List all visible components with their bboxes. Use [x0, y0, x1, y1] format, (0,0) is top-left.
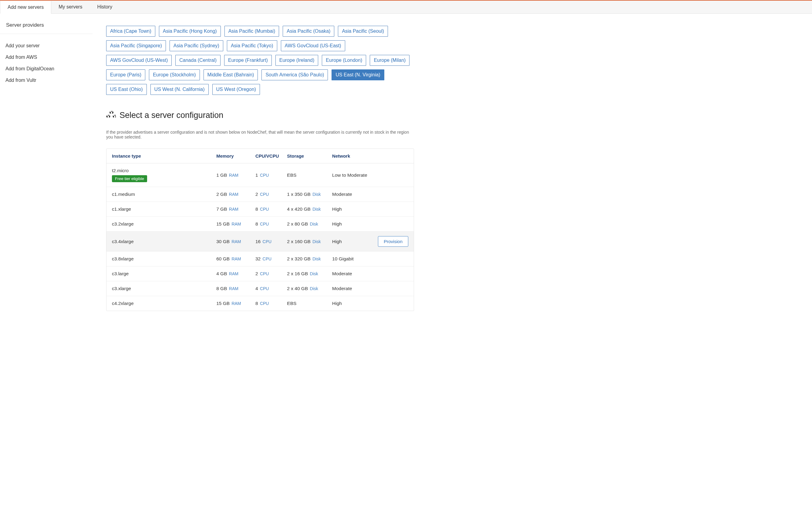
config-section-header: Select a server configuration: [106, 110, 414, 121]
cell-instance: c3.2xlarge: [112, 221, 216, 227]
instance-table: Instance type Memory CPU/VCPU Storage Ne…: [106, 149, 414, 311]
cell-memory: 60 GB RAM: [216, 256, 255, 262]
cell-storage: 2 x 40 GB Disk: [287, 286, 332, 291]
sidebar-header: Server providers: [0, 19, 93, 34]
sidebar-item-add-your-server[interactable]: Add your server: [0, 40, 93, 51]
cell-network: Moderate: [332, 192, 378, 197]
cell-network: High: [332, 206, 378, 212]
tab-add-new-servers[interactable]: Add new servers: [0, 1, 51, 14]
sidebar: Server providers Add your serverAdd from…: [0, 14, 93, 311]
cell-network: Moderate: [332, 286, 378, 291]
tab-history[interactable]: History: [90, 1, 120, 13]
col-memory: Memory: [216, 153, 255, 159]
cell-instance: c4.2xlarge: [112, 301, 216, 306]
region-pill[interactable]: Canada (Central): [175, 55, 221, 66]
col-network: Network: [332, 153, 378, 159]
table-row[interactable]: c3.4xlarge30 GB RAM16 CPU2 x 160 GB Disk…: [107, 231, 414, 251]
region-pill[interactable]: AWS GovCloud (US-West): [106, 55, 172, 66]
region-pill[interactable]: AWS GovCloud (US-East): [281, 40, 345, 51]
sidebar-item-add-from-digitalocean[interactable]: Add from DigitalOcean: [0, 63, 93, 74]
table-row[interactable]: t2.microFree tier eligible1 GB RAM1 CPUE…: [107, 163, 414, 187]
cell-cpu: 16 CPU: [255, 239, 287, 244]
provision-button[interactable]: Provision: [378, 236, 408, 247]
cell-network: High: [332, 301, 378, 306]
sidebar-list: Add your serverAdd from AWSAdd from Digi…: [0, 34, 93, 86]
cell-storage: 2 x 320 GB Disk: [287, 256, 332, 262]
cell-cpu: 8 CPU: [255, 206, 287, 212]
region-pill[interactable]: US East (Ohio): [106, 84, 147, 95]
cell-memory: 2 GB RAM: [216, 192, 255, 197]
region-pill[interactable]: US East (N. Virginia): [331, 69, 384, 80]
cell-instance: c1.xlarge: [112, 206, 216, 212]
col-cpu: CPU/VCPU: [255, 153, 287, 159]
config-section-title: Select a server configuration: [120, 111, 223, 120]
cell-network: High: [332, 221, 378, 227]
region-pill[interactable]: South America (São Paulo): [261, 69, 328, 80]
cell-network: Moderate: [332, 271, 378, 277]
col-storage: Storage: [287, 153, 332, 159]
region-pill[interactable]: Europe (Milan): [370, 55, 409, 66]
region-pill[interactable]: Africa (Cape Town): [106, 26, 155, 37]
region-pill[interactable]: Asia Pacific (Hong Kong): [159, 26, 221, 37]
table-row[interactable]: c1.xlarge7 GB RAM8 CPU4 x 420 GB DiskHig…: [107, 202, 414, 217]
cell-cpu: 2 CPU: [255, 192, 287, 197]
region-pill[interactable]: US West (N. California): [150, 84, 209, 95]
cell-memory: 7 GB RAM: [216, 206, 255, 212]
cell-storage: 1 x 350 GB Disk: [287, 192, 332, 197]
config-section-note: If the provider advertises a server conf…: [106, 130, 414, 139]
cell-cpu: 8 CPU: [255, 221, 287, 227]
cubes-icon: [106, 110, 116, 121]
table-row[interactable]: c3.large4 GB RAM2 CPU2 x 16 GB DiskModer…: [107, 267, 414, 281]
cell-instance: c3.large: [112, 271, 216, 277]
col-instance-type: Instance type: [112, 153, 216, 159]
table-row[interactable]: c3.xlarge8 GB RAM4 CPU2 x 40 GB DiskMode…: [107, 281, 414, 296]
region-pill[interactable]: Asia Pacific (Sydney): [169, 40, 223, 51]
region-pill[interactable]: Middle East (Bahrain): [204, 69, 258, 80]
cell-storage: 2 x 160 GB Disk: [287, 239, 332, 244]
cell-storage: EBS: [287, 301, 332, 306]
cell-storage: EBS: [287, 172, 332, 178]
cell-network: 10 Gigabit: [332, 256, 378, 262]
main-tabs: Add new serversMy serversHistory: [0, 0, 812, 14]
cell-memory: 30 GB RAM: [216, 239, 255, 244]
cell-network: Low to Moderate: [332, 172, 378, 178]
sidebar-item-add-from-aws[interactable]: Add from AWS: [0, 51, 93, 63]
region-pill[interactable]: Europe (London): [322, 55, 366, 66]
cell-instance: c1.medium: [112, 192, 216, 197]
cell-storage: 2 x 80 GB Disk: [287, 221, 332, 227]
region-pill[interactable]: Asia Pacific (Mumbai): [225, 26, 279, 37]
region-pill[interactable]: US West (Oregon): [212, 84, 260, 95]
cell-action: Provision: [378, 236, 408, 247]
cell-cpu: 1 CPU: [255, 172, 287, 178]
cell-memory: 15 GB RAM: [216, 221, 255, 227]
region-pill[interactable]: Asia Pacific (Tokyo): [227, 40, 277, 51]
cell-memory: 1 GB RAM: [216, 172, 255, 178]
cell-instance: t2.microFree tier eligible: [112, 168, 216, 182]
region-selector: Africa (Cape Town)Asia Pacific (Hong Kon…: [106, 26, 414, 95]
cell-storage: 4 x 420 GB Disk: [287, 206, 332, 212]
cell-cpu: 32 CPU: [255, 256, 287, 262]
cell-cpu: 8 CPU: [255, 301, 287, 306]
table-row[interactable]: c4.2xlarge15 GB RAM8 CPUEBSHigh: [107, 296, 414, 311]
table-row[interactable]: c1.medium2 GB RAM2 CPU1 x 350 GB DiskMod…: [107, 187, 414, 202]
region-pill[interactable]: Europe (Ireland): [275, 55, 318, 66]
region-pill[interactable]: Europe (Frankfurt): [224, 55, 272, 66]
main-content: Africa (Cape Town)Asia Pacific (Hong Kon…: [93, 14, 414, 311]
region-pill[interactable]: Asia Pacific (Osaka): [283, 26, 334, 37]
table-row[interactable]: c3.2xlarge15 GB RAM8 CPU2 x 80 GB DiskHi…: [107, 217, 414, 231]
cell-cpu: 4 CPU: [255, 286, 287, 291]
region-pill[interactable]: Asia Pacific (Singapore): [106, 40, 166, 51]
table-header-row: Instance type Memory CPU/VCPU Storage Ne…: [107, 149, 414, 163]
region-pill[interactable]: Europe (Paris): [106, 69, 145, 80]
free-tier-badge: Free tier eligible: [112, 175, 147, 182]
sidebar-item-add-from-vultr[interactable]: Add from Vultr: [0, 74, 93, 86]
region-pill[interactable]: Europe (Stockholm): [149, 69, 199, 80]
cell-cpu: 2 CPU: [255, 271, 287, 277]
cell-storage: 2 x 16 GB Disk: [287, 271, 332, 277]
cell-instance: c3.4xlarge: [112, 239, 216, 244]
cell-instance: c3.8xlarge: [112, 256, 216, 262]
table-row[interactable]: c3.8xlarge60 GB RAM32 CPU2 x 320 GB Disk…: [107, 251, 414, 267]
cell-network: High: [332, 239, 378, 244]
tab-my-servers[interactable]: My servers: [51, 1, 90, 13]
region-pill[interactable]: Asia Pacific (Seoul): [338, 26, 388, 37]
